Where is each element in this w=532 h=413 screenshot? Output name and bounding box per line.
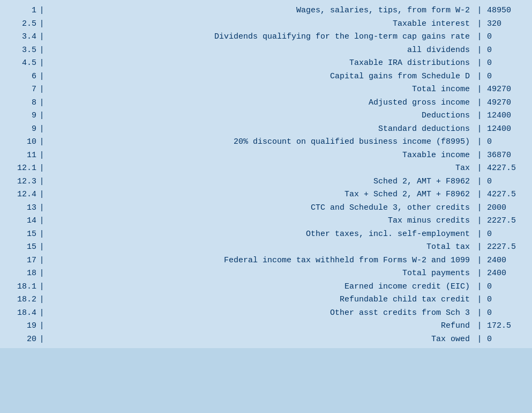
table-row: 19 | Refund | 172.5 (0, 320, 532, 333)
pipe-separator: | (36, 189, 47, 201)
row-description: Earned income credit (EIC) (47, 281, 474, 293)
table-row: 3.5 | all dividends | 0 (0, 44, 532, 57)
table-row: 12.4 | Tax + Sched 2, AMT + F8962 | 4227… (0, 188, 532, 202)
pipe-separator2: | (474, 176, 485, 188)
table-row: 15 | Other taxes, incl. self-employment … (0, 228, 532, 241)
row-value: 12400 (485, 110, 528, 122)
line-number: 18.4 (4, 307, 36, 320)
pipe-separator: | (36, 268, 47, 280)
row-description: Taxable IRA distributions (47, 57, 474, 70)
pipe-separator: | (36, 202, 47, 215)
pipe-separator2: | (474, 334, 485, 346)
pipe-separator: | (36, 84, 47, 96)
row-value: 0 (485, 57, 528, 70)
pipe-separator: | (36, 241, 47, 254)
pipe-separator2: | (474, 241, 485, 254)
row-description: CTC and Schedule 3, other credits (47, 202, 474, 215)
pipe-separator: | (36, 123, 47, 136)
pipe-separator: | (36, 294, 47, 306)
table-row: 13 | CTC and Schedule 3, other credits |… (0, 202, 532, 215)
row-value: 49270 (485, 84, 528, 96)
row-value: 0 (485, 31, 528, 43)
pipe-separator: | (36, 45, 47, 57)
line-number: 18.1 (4, 281, 36, 293)
row-value: 12400 (485, 123, 528, 136)
pipe-separator2: | (474, 215, 485, 227)
table-row: 9 | Deductions | 12400 (0, 109, 532, 123)
row-value: 49270 (485, 97, 528, 109)
line-number: 12.3 (4, 176, 36, 188)
pipe-separator2: | (474, 228, 485, 241)
pipe-separator2: | (474, 57, 485, 70)
table-row: 15 | Total tax | 2227.5 (0, 241, 532, 254)
row-value: 2400 (485, 255, 528, 267)
row-value: 0 (485, 45, 528, 57)
row-description: Federal income tax withheld from Forms W… (47, 255, 474, 267)
row-value: 0 (485, 228, 528, 241)
row-value: 0 (485, 281, 528, 293)
table-row: 6 | Capital gains from Schedule D | 0 (0, 70, 532, 84)
row-value: 2227.5 (485, 215, 528, 227)
row-description: Dividends qualifying for the long-term c… (47, 31, 474, 43)
pipe-separator: | (36, 163, 47, 175)
pipe-separator2: | (474, 150, 485, 162)
line-number: 10 (4, 136, 36, 149)
table-row: 14 | Tax minus credits | 2227.5 (0, 215, 532, 228)
table-row: 18.1 | Earned income credit (EIC) | 0 (0, 281, 532, 294)
table-row: 3.4 | Dividends qualifying for the long-… (0, 31, 532, 44)
row-value: 2000 (485, 202, 528, 215)
pipe-separator2: | (474, 163, 485, 175)
pipe-separator2: | (474, 123, 485, 136)
pipe-separator2: | (474, 71, 485, 83)
pipe-separator2: | (474, 5, 485, 17)
pipe-separator2: | (474, 255, 485, 267)
table-row: 18.2 | Refundable child tax credit | 0 (0, 293, 532, 307)
line-number: 9 (4, 110, 36, 122)
row-description: Tax + Sched 2, AMT + F8962 (47, 189, 474, 201)
line-number: 8 (4, 97, 36, 109)
pipe-separator: | (36, 71, 47, 83)
line-number: 1 (4, 5, 36, 17)
table-row: 9 | Standard deductions | 12400 (0, 123, 532, 136)
row-value: 0 (485, 307, 528, 320)
row-description: Capital gains from Schedule D (47, 71, 474, 83)
row-value: 172.5 (485, 320, 528, 333)
row-value: 2227.5 (485, 241, 528, 254)
line-number: 18 (4, 268, 36, 280)
table-row: 11 | Taxable income | 36870 (0, 149, 532, 163)
pipe-separator: | (36, 18, 47, 31)
table-row: 12.1 | Tax | 4227.5 (0, 162, 532, 175)
table-row: 20 | Tax owed | 0 (0, 333, 532, 346)
row-description: Tax (47, 163, 474, 175)
pipe-separator: | (36, 334, 47, 346)
pipe-separator: | (36, 215, 47, 227)
pipe-separator2: | (474, 45, 485, 57)
line-number: 14 (4, 215, 36, 227)
row-value: 0 (485, 334, 528, 346)
pipe-separator: | (36, 136, 47, 149)
pipe-separator2: | (474, 189, 485, 201)
pipe-separator2: | (474, 84, 485, 96)
row-description: Sched 2, AMT + F8962 (47, 176, 474, 188)
pipe-separator: | (36, 255, 47, 267)
pipe-separator2: | (474, 268, 485, 280)
pipe-separator: | (36, 57, 47, 70)
row-description: Tax minus credits (47, 215, 474, 227)
row-description: Wages, salaries, tips, from form W-2 (47, 5, 474, 17)
pipe-separator2: | (474, 281, 485, 293)
table-row: 18.4 | Other asst credits from Sch 3 | 0 (0, 307, 532, 320)
row-value: 0 (485, 71, 528, 83)
pipe-separator: | (36, 5, 47, 17)
pipe-separator: | (36, 281, 47, 293)
row-description: Total tax (47, 241, 474, 254)
line-number: 12.4 (4, 189, 36, 201)
line-number: 19 (4, 320, 36, 333)
row-value: 48950 (485, 5, 528, 17)
pipe-separator: | (36, 150, 47, 162)
table-row: 4.5 | Taxable IRA distributions | 0 (0, 57, 532, 70)
row-description: Other asst credits from Sch 3 (47, 307, 474, 320)
row-description: Adjusted gross income (47, 97, 474, 109)
pipe-separator2: | (474, 18, 485, 31)
pipe-separator: | (36, 110, 47, 122)
row-description: Taxable interest (47, 18, 474, 31)
